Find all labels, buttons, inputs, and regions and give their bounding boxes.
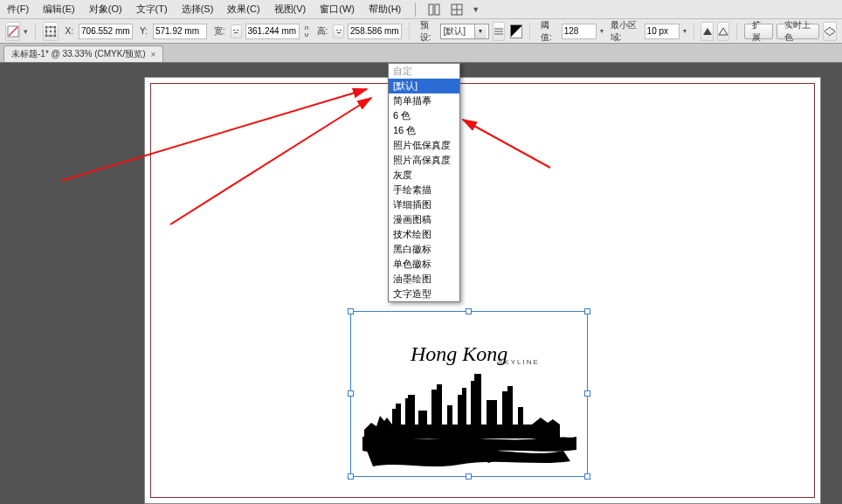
svg-rect-1 [435, 4, 439, 15]
w-label: 宽: [214, 25, 225, 38]
document-tabbar: 未标题-1* @ 33.33% (CMYK/预览) × [0, 44, 842, 63]
dropdown-item-photo-high[interactable]: 照片高保真度 [389, 153, 459, 168]
dropdown-item-technical[interactable]: 技术绘图 [389, 227, 459, 242]
expand-all-icon[interactable] [823, 22, 837, 41]
menu-object[interactable]: 对象(O) [86, 1, 126, 17]
svg-point-13 [54, 30, 57, 32]
no-fill-icon[interactable] [5, 22, 20, 41]
svg-point-11 [45, 30, 48, 32]
menu-select[interactable]: 选择(S) [178, 1, 217, 17]
svg-point-15 [50, 34, 52, 37]
chevron-down-icon[interactable]: ▾ [474, 24, 487, 38]
dropdown-item-bw-logo[interactable]: 黑白徽标 [389, 242, 459, 257]
dropdown-item-default[interactable]: [默认] [389, 79, 459, 93]
dropdown-item-disabled: 自定 [389, 64, 459, 79]
dropdown-item-sketch[interactable]: 手绘素描 [389, 183, 459, 197]
close-icon[interactable]: × [151, 50, 156, 59]
svg-point-14 [45, 34, 48, 37]
trace-icon[interactable] [701, 22, 713, 41]
handle-top-right[interactable] [584, 308, 590, 314]
menubar: 件(F) 编辑(E) 对象(O) 文字(T) 选择(S) 效果(C) 视图(V)… [0, 0, 842, 19]
layout-icon[interactable] [426, 2, 442, 17]
handle-top-center[interactable] [466, 308, 472, 314]
preset-label: 预设: [420, 19, 436, 44]
dropdown-item-16-color[interactable]: 16 色 [389, 123, 459, 138]
handle-top-left[interactable] [348, 308, 354, 314]
link-icon[interactable] [231, 24, 242, 38]
dropdown-item-photo-low[interactable]: 照片低保真度 [389, 138, 459, 153]
threshold-label: 阈值: [541, 19, 556, 44]
x-label: X: [66, 26, 73, 36]
dropdown-item-mono-logo[interactable]: 单色徽标 [389, 257, 459, 272]
selection-bounding-box[interactable] [350, 311, 588, 477]
control-bar: ▾ X: Y: 宽: 高: 预设: [默认] ▾ 阈值: ▾ 最小区域: ▾ 扩… [0, 19, 842, 44]
handle-bottom-right[interactable] [584, 473, 590, 480]
svg-point-12 [50, 30, 52, 32]
stepper-icon-2[interactable]: ▾ [683, 27, 687, 35]
dropdown-item-6-color[interactable]: 6 色 [389, 108, 459, 123]
separator [736, 23, 737, 40]
dropdown-item-grayscale[interactable]: 灰度 [389, 168, 459, 183]
preset-select[interactable]: [默认] ▾ [440, 24, 488, 39]
document-tab[interactable]: 未标题-1* @ 33.33% (CMYK/预览) × [3, 45, 163, 62]
menu-file[interactable]: 件(F) [3, 1, 32, 17]
dropdown-item-comic[interactable]: 漫画图稿 [389, 212, 459, 227]
h-input[interactable] [348, 24, 402, 39]
dropdown-item-ink[interactable]: 油墨绘图 [389, 272, 459, 287]
w-input[interactable] [245, 24, 300, 39]
menu-view[interactable]: 视图(V) [271, 1, 310, 17]
dropdown-item-simple-trace[interactable]: 简单描摹 [389, 93, 459, 108]
separator [35, 23, 36, 40]
grid-icon[interactable] [449, 2, 465, 17]
menu-window[interactable]: 窗口(W) [316, 1, 358, 17]
expand-button[interactable]: 扩展 [744, 24, 773, 39]
preset-dropdown: 自定 [默认] 简单描摹 6 色 16 色 照片低保真度 照片高保真度 灰度 手… [388, 63, 460, 302]
separator [529, 23, 530, 40]
handle-left-center[interactable] [348, 390, 354, 397]
reference-point-icon[interactable] [43, 22, 58, 41]
h-label: 高: [317, 25, 328, 38]
y-input[interactable] [153, 24, 207, 39]
dropdown-arrow-icon[interactable]: ▼ [472, 5, 480, 14]
svg-rect-0 [429, 4, 433, 15]
separator [694, 23, 694, 40]
menu-effect[interactable]: 效果(C) [224, 1, 263, 17]
minarea-label: 最小区域: [611, 19, 639, 44]
dropdown-item-detailed[interactable]: 详细插图 [389, 197, 459, 212]
preset-menu-icon[interactable] [493, 22, 505, 41]
preset-value: [默认] [443, 25, 466, 38]
x-input[interactable] [79, 24, 133, 39]
menu-edit[interactable]: 编辑(E) [39, 1, 79, 17]
live-color-button[interactable]: 实时上色 [776, 24, 819, 39]
svg-point-16 [54, 34, 57, 37]
svg-marker-21 [719, 28, 728, 35]
link-icon-2[interactable] [333, 24, 344, 38]
dropdown-item-type[interactable]: 文字造型 [389, 287, 459, 301]
handle-bottom-center[interactable] [466, 473, 472, 480]
tab-title: 未标题-1* @ 33.33% (CMYK/预览) [11, 48, 146, 60]
menu-text[interactable]: 文字(T) [133, 1, 171, 17]
menu-help[interactable]: 帮助(H) [365, 1, 404, 17]
svg-point-8 [45, 25, 48, 28]
handle-bottom-left[interactable] [348, 473, 354, 480]
svg-point-10 [54, 25, 57, 28]
stepper-icon[interactable]: ▾ [600, 27, 604, 35]
separator [409, 23, 410, 40]
color-swatch[interactable] [510, 24, 522, 38]
link-chain-icon[interactable] [303, 25, 310, 38]
canvas-area[interactable]: 自定 [默认] 简单描摹 6 色 16 色 照片低保真度 照片高保真度 灰度 手… [0, 63, 842, 504]
handle-right-center[interactable] [584, 390, 590, 397]
chevron-down-icon[interactable]: ▾ [24, 27, 28, 36]
trace-outline-icon[interactable] [717, 22, 729, 41]
threshold-input[interactable] [562, 24, 597, 39]
y-label: Y: [140, 26, 148, 36]
svg-point-9 [50, 25, 52, 28]
minarea-input[interactable] [645, 24, 680, 39]
separator [415, 3, 416, 17]
svg-marker-20 [703, 28, 712, 35]
